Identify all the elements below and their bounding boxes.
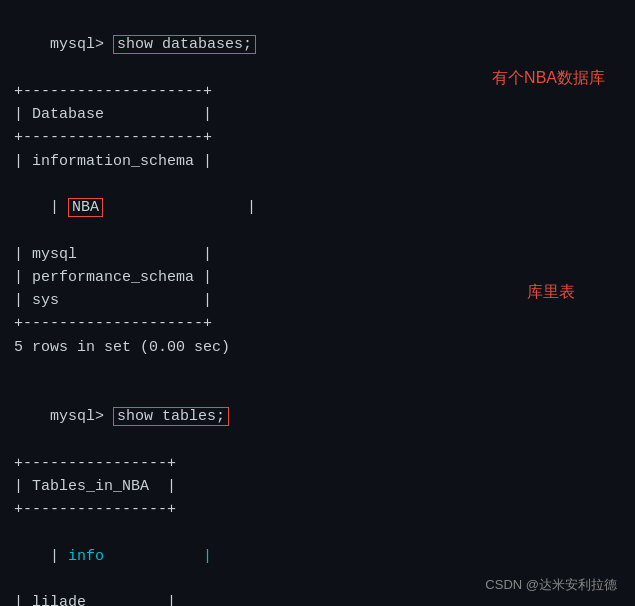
divider-top-table: +----------------+ [14, 452, 621, 475]
annotation-tables: 库里表 [527, 282, 575, 303]
divider-bottom-db: +--------------------+ [14, 312, 621, 335]
watermark: CSDN @达米安利拉德 [485, 576, 617, 594]
table-info: info | [68, 548, 212, 565]
db-nba-line: | NBA | [14, 173, 621, 243]
prompt-1: mysql> [50, 36, 113, 53]
divider-mid-db: +--------------------+ [14, 126, 621, 149]
annotation-nba: 有个NBA数据库 [492, 68, 605, 89]
blank-line-1 [14, 359, 621, 382]
divider-mid-table: +----------------+ [14, 498, 621, 521]
db-information-schema: | information_schema | [14, 150, 621, 173]
db-nba: NBA [68, 198, 103, 217]
tables-header: | Tables_in_NBA | [14, 475, 621, 498]
terminal-window: mysql> show databases; +----------------… [0, 0, 635, 606]
db-mysql: | mysql | [14, 243, 621, 266]
cmd-show-databases: show databases; [113, 35, 256, 54]
db-header: | Database | [14, 103, 621, 126]
command-line-2: mysql> show tables; [14, 382, 621, 452]
cmd-show-tables: show tables; [113, 407, 229, 426]
prompt-2: mysql> [50, 408, 113, 425]
result-databases: 5 rows in set (0.00 sec) [14, 336, 621, 359]
